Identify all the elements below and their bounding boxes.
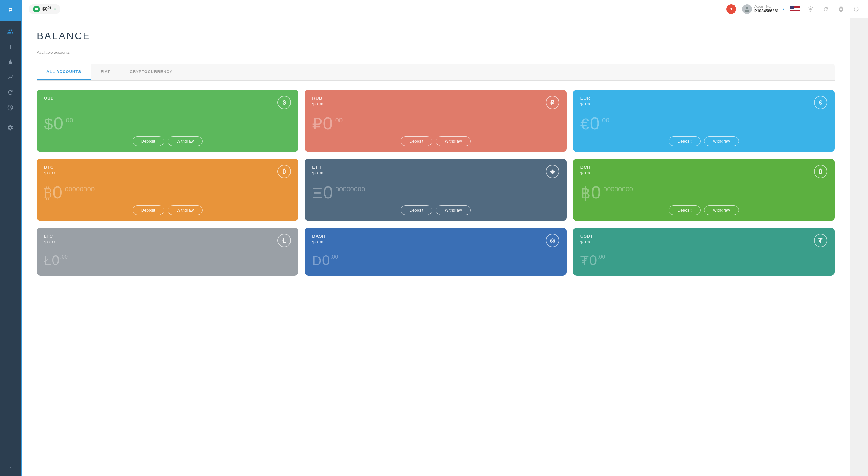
- withdraw-button-eur[interactable]: Withdraw: [704, 137, 739, 146]
- card-header-usd: USD $: [44, 96, 291, 109]
- sidebar-item-chart[interactable]: [4, 71, 17, 84]
- page-title: BALANCE: [37, 30, 835, 42]
- card-icon-rub: ₽: [546, 96, 559, 109]
- card-icon-btc: ₿: [277, 165, 291, 178]
- gear-icon: [7, 124, 14, 131]
- withdraw-button-eth[interactable]: Withdraw: [436, 206, 471, 215]
- withdraw-button-btc[interactable]: Withdraw: [168, 206, 203, 215]
- account-avatar: [742, 4, 752, 14]
- power-icon: [853, 6, 859, 12]
- card-icon-usd: $: [277, 96, 291, 109]
- card-icon-dash: ◎: [546, 234, 559, 247]
- sidebar-icons-list: [4, 21, 17, 463]
- card-icon-eur: €: [814, 96, 827, 109]
- balance-amount: $000: [42, 6, 51, 12]
- content-area: BALANCE Available accounts ALL ACCOUNTS …: [22, 18, 868, 476]
- topbar: $000 ▾ 1 Account No. P1034586261 ▾: [22, 0, 868, 18]
- chat-icon: [35, 7, 38, 11]
- settings-icon: [838, 6, 844, 12]
- card-bch: BCH $ 0.00 ₿ ฿ 0 .00000000 Deposit Withd…: [573, 159, 835, 221]
- card-currency-label-eur: EUR $ 0.00: [581, 96, 591, 107]
- balance-button[interactable]: $000 ▾: [29, 4, 60, 14]
- sidebar-item-add[interactable]: [4, 40, 17, 53]
- cards-grid: USD $ $ 0 .00 Deposit Withdraw RUB $ 0.0…: [37, 90, 835, 276]
- notification-badge[interactable]: 1: [726, 4, 736, 14]
- chart-icon: [7, 74, 14, 81]
- balance-chevron: ▾: [54, 7, 56, 11]
- card-header-eur: EUR $ 0.00 €: [581, 96, 827, 109]
- users-icon: [7, 28, 14, 35]
- account-details: Account No. P1034586261: [754, 5, 779, 14]
- card-header-btc: BTC $ 0.00 ₿: [44, 165, 291, 178]
- tab-fiat[interactable]: FIAT: [91, 64, 120, 80]
- card-header-eth: ETH $ 0.00 ◆: [312, 165, 559, 178]
- tab-cryptocurrency[interactable]: CRYPTOCURRENCY: [120, 64, 182, 80]
- card-currency-label-bch: BCH $ 0.00: [581, 165, 591, 175]
- withdraw-button-bch[interactable]: Withdraw: [704, 206, 739, 215]
- card-currency-label-dash: DASH $ 0.00: [312, 234, 326, 244]
- sidebar-item-refresh[interactable]: [4, 86, 17, 99]
- card-icon-bch: ₿: [814, 165, 827, 178]
- content-inner: BALANCE Available accounts ALL ACCOUNTS …: [22, 18, 850, 476]
- card-currency-label-usd: USD: [44, 96, 54, 100]
- sidebar-item-clock[interactable]: [4, 101, 17, 114]
- power-button[interactable]: [851, 5, 861, 14]
- deposit-button-eur[interactable]: Deposit: [669, 137, 700, 146]
- sidebar-expand-button[interactable]: ›: [6, 463, 14, 471]
- avatar-icon: [744, 6, 750, 12]
- card-actions-usd: Deposit Withdraw: [44, 137, 291, 146]
- deposit-button-eth[interactable]: Deposit: [401, 206, 432, 215]
- card-balance-partial-usdt: ₮ 0 .00: [581, 249, 827, 270]
- sidebar-item-navigation[interactable]: [4, 56, 17, 68]
- card-icon-eth: ◆: [546, 165, 559, 178]
- card-header-dash: DASH $ 0.00 ◎: [312, 234, 559, 247]
- card-balance-btc: ₿ 0 .00000000: [44, 181, 291, 206]
- refresh-button[interactable]: [821, 5, 830, 14]
- card-balance-bch: ฿ 0 .00000000: [581, 181, 827, 206]
- card-eth: ETH $ 0.00 ◆ Ξ 0 .00000000 Deposit Withd…: [305, 159, 566, 221]
- deposit-button-rub[interactable]: Deposit: [401, 137, 432, 146]
- sidebar: P ›: [0, 0, 21, 476]
- account-info[interactable]: Account No. P1034586261 ▾: [742, 4, 784, 14]
- card-balance-rub: ₽ 0 .00: [312, 112, 559, 137]
- card-currency-label-eth: ETH $ 0.00: [312, 165, 323, 175]
- withdraw-button-rub[interactable]: Withdraw: [436, 137, 471, 146]
- card-actions-btc: Deposit Withdraw: [44, 206, 291, 215]
- card-currency-label-rub: RUB $ 0.00: [312, 96, 323, 107]
- account-chevron-icon: ▾: [783, 7, 784, 11]
- plus-icon: [7, 43, 14, 50]
- right-panel: [850, 18, 868, 476]
- tab-all-accounts[interactable]: ALL ACCOUNTS: [37, 64, 91, 80]
- language-flag[interactable]: [790, 6, 800, 12]
- card-icon-usdt: ₮: [814, 234, 827, 247]
- deposit-button-btc[interactable]: Deposit: [132, 206, 164, 215]
- deposit-button-usd[interactable]: Deposit: [132, 137, 164, 146]
- navigation-icon: [7, 59, 14, 65]
- clock-icon: [7, 104, 14, 111]
- card-actions-rub: Deposit Withdraw: [312, 137, 559, 146]
- logo-text: P: [8, 6, 13, 14]
- card-actions-bch: Deposit Withdraw: [581, 206, 827, 215]
- card-dash: DASH $ 0.00 ◎ D 0 .00: [305, 228, 566, 276]
- sidebar-item-users[interactable]: [4, 25, 17, 38]
- card-balance-eth: Ξ 0 .00000000: [312, 181, 559, 206]
- sidebar-item-settings[interactable]: [4, 121, 17, 134]
- card-usd: USD $ $ 0 .00 Deposit Withdraw: [37, 90, 298, 152]
- card-currency-label-btc: BTC $ 0.00: [44, 165, 55, 175]
- refresh-icon: [7, 89, 14, 96]
- theme-toggle-button[interactable]: [806, 5, 815, 14]
- card-header-bch: BCH $ 0.00 ₿: [581, 165, 827, 178]
- sidebar-logo[interactable]: P: [0, 0, 21, 21]
- card-actions-eur: Deposit Withdraw: [581, 137, 827, 146]
- card-balance-usd: $ 0 .00: [44, 112, 291, 137]
- deposit-button-bch[interactable]: Deposit: [669, 206, 700, 215]
- card-balance-partial-dash: D 0 .00: [312, 249, 559, 270]
- page-subtitle: Available accounts: [37, 50, 835, 55]
- topbar-right: 1 Account No. P1034586261 ▾: [726, 4, 861, 14]
- withdraw-button-usd[interactable]: Withdraw: [168, 137, 203, 146]
- card-actions-eth: Deposit Withdraw: [312, 206, 559, 215]
- settings-button[interactable]: [836, 5, 845, 14]
- card-header-usdt: USDT $ 0.00 ₮: [581, 234, 827, 247]
- card-header-ltc: LTC $ 0.00 Ł: [44, 234, 291, 247]
- card-eur: EUR $ 0.00 € € 0 .00 Deposit Withdraw: [573, 90, 835, 152]
